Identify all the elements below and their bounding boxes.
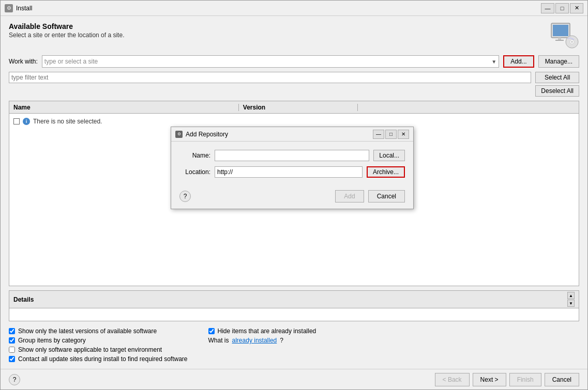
page-title: Available Software [9,22,124,30]
back-button[interactable]: < Back [435,373,470,386]
add-repository-dialog: ⚙ Add Repository — □ ✕ Name: Local... Lo… [171,127,414,209]
select-all-button[interactable]: Select All [535,72,579,83]
work-with-label: Work with: [9,58,38,65]
dialog-close-button[interactable]: ✕ [398,130,409,139]
name-input[interactable] [215,150,369,161]
dialog-add-button[interactable]: Add [335,190,364,202]
options-col-right: Hide items that are already installed Wh… [208,327,316,363]
option-checkbox-5[interactable] [208,328,215,334]
row-checkbox[interactable] [13,118,20,124]
option-checkbox-1[interactable] [9,328,15,334]
table-row: i There is no site selected. [13,116,102,127]
options-col-left: Show only the latest versions of availab… [9,327,188,363]
option-label-2: Group items by category [18,337,86,344]
details-header: Details ▲ ▼ [9,291,579,308]
table-header: Name Version [9,101,579,114]
help-button[interactable]: ? [9,374,20,385]
column-version: Version [239,104,358,111]
option-row-4: Contact all update sites during install … [9,355,188,363]
archive-button[interactable]: Archive... [367,166,405,178]
option-label-4: Contact all update sites during install … [18,355,188,363]
location-input[interactable] [215,166,363,178]
page-subtitle: Select a site or enter the location of a… [9,32,124,39]
filter-area: Select All Deselect All [9,72,579,97]
dialog-help-button[interactable]: ? [179,191,191,202]
close-button[interactable]: ✕ [570,3,583,13]
svg-rect-1 [553,25,568,36]
deselect-all-button[interactable]: Deselect All [535,85,579,97]
option-checkbox-2[interactable] [9,337,15,344]
option-checkbox-4[interactable] [9,356,15,362]
option-row-3: Show only software applicable to target … [9,346,188,353]
option-row-2: Group items by category [9,337,188,344]
minimize-button[interactable]: — [541,3,554,13]
work-with-combo[interactable]: type or select a site ▼ [42,55,499,68]
next-button[interactable]: Next > [473,373,506,386]
filter-input[interactable] [9,72,531,83]
page-title-area: Available Software Select a site or ente… [9,22,124,39]
dialog-cancel-button[interactable]: Cancel [368,190,405,202]
option-checkbox-3[interactable] [9,347,15,353]
dialog-icon: ⚙ [175,131,183,138]
manage-button[interactable]: Manage... [538,55,579,68]
finish-button[interactable]: Finish [509,373,541,386]
info-icon: i [23,118,30,125]
combo-arrow-icon: ▼ [491,59,496,65]
window-icon: ⚙ [5,4,13,12]
option-row-5: Hide items that are already installed [208,327,316,335]
window-title: Install [16,5,541,12]
question-mark-text: ? [280,337,283,344]
add-button[interactable]: Add... [503,55,534,68]
work-with-row: Work with: type or select a site ▼ Add..… [9,55,579,68]
work-with-value: type or select a site [44,58,98,65]
name-label: Name: [179,152,210,159]
column-name: Name [9,104,239,111]
details-scroll-buttons: ▲ ▼ [567,292,575,307]
maximize-button[interactable]: □ [555,3,569,13]
title-bar: ⚙ Install — □ ✕ [1,1,587,16]
bottom-right: < Back Next > Finish Cancel [435,373,579,386]
dialog-title-bar: ⚙ Add Repository — □ ✕ [171,127,413,142]
svg-point-6 [571,41,573,43]
name-field-row: Name: Local... [179,150,405,161]
dialog-content: Name: Local... Location: Archive... [171,142,413,186]
already-installed-link[interactable]: already installed [232,337,277,344]
svg-rect-3 [555,40,564,41]
dialog-minimize-button[interactable]: — [373,130,384,139]
what-is-text: What is [208,337,229,344]
option-row-1: Show only the latest versions of availab… [9,327,188,335]
option-row-link: What is already installed ? [208,337,316,344]
scroll-up-icon[interactable]: ▲ [567,292,575,299]
header-icon [550,22,579,51]
options-area: Show only the latest versions of availab… [9,327,579,363]
bottom-left: ? [9,374,20,385]
option-label-1: Show only the latest versions of availab… [18,327,157,335]
dialog-controls: — □ ✕ [373,130,409,139]
location-field-row: Location: Archive... [179,166,405,178]
scroll-down-icon[interactable]: ▼ [567,300,575,307]
filter-area-left [9,72,531,83]
details-section: Details ▲ ▼ [9,290,579,321]
option-label-5: Hide items that are already installed [218,327,316,335]
window-controls: — □ ✕ [541,3,583,13]
dialog-maximize-button[interactable]: □ [385,130,397,139]
dialog-title: Add Repository [186,131,373,138]
option-label-3: Show only software applicable to target … [18,346,162,353]
page-header: Available Software Select a site or ente… [9,22,579,51]
no-site-message: There is no site selected. [33,118,102,125]
bottom-bar: ? < Back Next > Finish Cancel [1,369,587,389]
details-body [9,308,579,329]
svg-rect-2 [558,38,561,40]
location-label: Location: [179,168,210,176]
details-label: Details [13,296,34,303]
cancel-button[interactable]: Cancel [545,373,579,386]
local-button[interactable]: Local... [373,150,405,161]
side-buttons: Select All Deselect All [535,72,579,97]
dialog-footer: ? Add Cancel [171,186,413,209]
